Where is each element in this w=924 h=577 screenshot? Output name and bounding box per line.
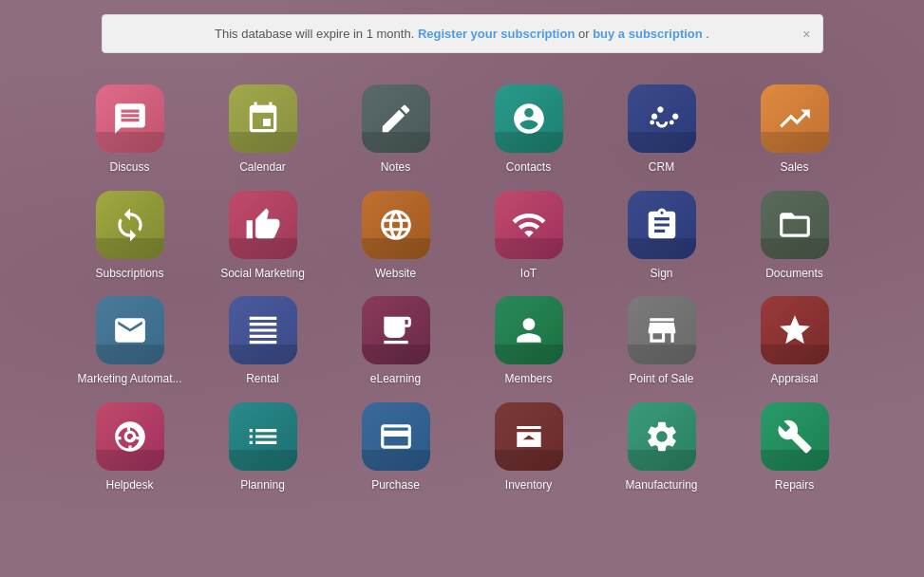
rental-label: Rental: [246, 372, 279, 387]
pos-icon: [628, 296, 696, 364]
notification-text: This database will expire in 1 month.: [215, 27, 414, 41]
social-label: Social Marketing: [220, 267, 305, 282]
contacts-icon: [495, 84, 563, 153]
manufacturing-icon: [628, 402, 696, 471]
calendar-icon: [229, 84, 297, 153]
planning-label: Planning: [240, 478, 285, 493]
pos-label: Point of Sale: [629, 372, 693, 387]
app-item-members[interactable]: Members: [472, 296, 586, 387]
app-item-social[interactable]: Social Marketing: [206, 191, 320, 282]
app-item-website[interactable]: Website: [339, 191, 453, 282]
subscriptions-icon: [96, 191, 164, 259]
appraisal-label: Appraisal: [770, 372, 818, 387]
documents-icon: [761, 191, 829, 259]
inventory-label: Inventory: [505, 478, 552, 493]
notes-label: Notes: [381, 160, 410, 176]
app-item-appraisal[interactable]: Appraisal: [738, 296, 852, 387]
app-item-manufacturing[interactable]: Manufacturing: [605, 402, 719, 493]
sign-icon: [628, 191, 696, 259]
app-item-rental[interactable]: Rental: [206, 296, 320, 387]
app-item-helpdesk[interactable]: Helpdesk: [73, 402, 187, 493]
app-item-inventory[interactable]: Inventory: [472, 402, 586, 493]
purchase-icon: [362, 402, 430, 471]
helpdesk-label: Helpdesk: [105, 478, 153, 493]
discuss-label: Discuss: [109, 160, 149, 176]
app-item-marketing[interactable]: Marketing Automat...: [73, 296, 187, 387]
notification-close-button[interactable]: ×: [802, 27, 810, 42]
app-item-sales[interactable]: Sales: [738, 84, 852, 176]
app-item-discuss[interactable]: Discuss: [73, 84, 187, 176]
website-label: Website: [375, 267, 416, 282]
website-icon: [362, 191, 430, 259]
app-item-iot[interactable]: IoT: [472, 191, 586, 282]
app-item-notes[interactable]: Notes: [339, 84, 453, 176]
planning-icon: [229, 402, 297, 471]
register-link[interactable]: Register your subscription: [418, 27, 575, 41]
marketing-label: Marketing Automat...: [77, 372, 181, 387]
notes-icon: [362, 84, 430, 153]
marketing-icon: [96, 296, 164, 364]
sign-label: Sign: [650, 267, 672, 282]
social-icon: [229, 191, 297, 259]
app-item-calendar[interactable]: Calendar: [206, 84, 320, 176]
app-item-repairs[interactable]: Repairs: [738, 402, 852, 493]
repairs-label: Repairs: [775, 478, 814, 493]
buy-link[interactable]: buy a subscription: [593, 27, 703, 41]
sales-icon: [761, 84, 829, 153]
appraisal-icon: [761, 296, 829, 364]
app-item-pos[interactable]: Point of Sale: [605, 296, 719, 387]
rental-icon: [229, 296, 297, 364]
app-item-contacts[interactable]: Contacts: [472, 84, 586, 176]
app-item-documents[interactable]: Documents: [738, 191, 852, 282]
discuss-icon: [96, 84, 164, 153]
calendar-label: Calendar: [239, 160, 286, 176]
app-item-subscriptions[interactable]: Subscriptions: [73, 191, 187, 282]
iot-label: IoT: [520, 267, 537, 282]
crm-icon: [628, 84, 696, 153]
app-item-sign[interactable]: Sign: [605, 191, 719, 282]
documents-label: Documents: [765, 267, 823, 282]
repairs-icon: [761, 402, 829, 471]
sales-label: Sales: [780, 160, 808, 176]
helpdesk-icon: [96, 402, 164, 471]
members-label: Members: [504, 372, 552, 387]
app-item-crm[interactable]: CRM: [605, 84, 719, 176]
app-item-elearning[interactable]: eLearning: [339, 296, 453, 387]
iot-icon: [495, 191, 563, 259]
subscriptions-label: Subscriptions: [95, 267, 163, 282]
notification-or: or: [578, 27, 593, 41]
purchase-label: Purchase: [371, 478, 420, 493]
elearning-icon: [362, 296, 430, 364]
members-icon: [495, 296, 563, 364]
app-item-purchase[interactable]: Purchase: [339, 402, 453, 493]
notification-bar: This database will expire in 1 month. Re…: [102, 14, 823, 53]
elearning-label: eLearning: [370, 372, 421, 387]
manufacturing-label: Manufacturing: [625, 478, 697, 493]
contacts-label: Contacts: [506, 160, 551, 176]
inventory-icon: [495, 402, 563, 471]
app-item-planning[interactable]: Planning: [206, 402, 320, 493]
apps-grid: DiscussCalendarNotesContactsCRMSalesSubs…: [0, 67, 924, 510]
notification-end: .: [706, 27, 709, 41]
crm-label: CRM: [649, 160, 674, 176]
